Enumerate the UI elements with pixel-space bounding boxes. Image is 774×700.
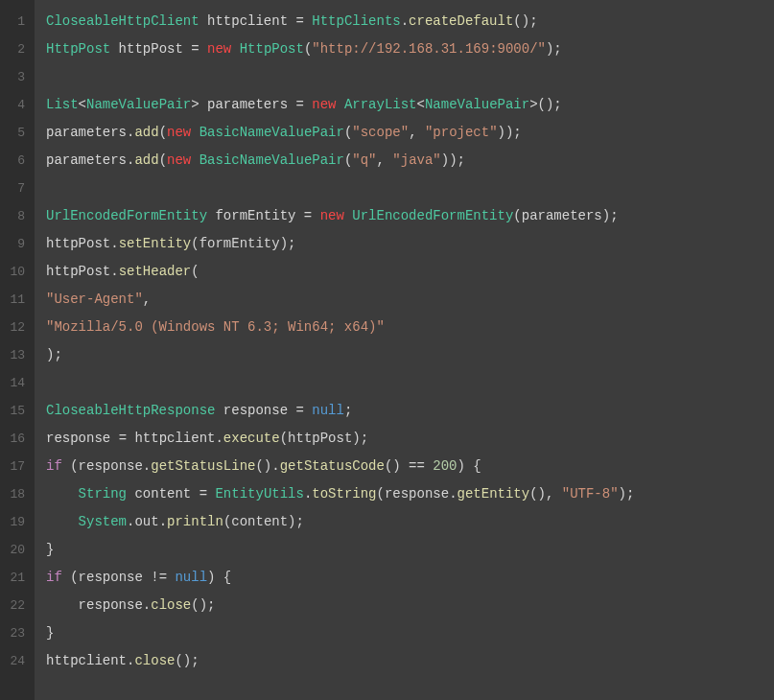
token-punct: } <box>46 625 54 641</box>
token-default: httpclient <box>46 653 127 668</box>
token-string: "http://192.168.31.169:9000/" <box>312 41 546 57</box>
token-punct: (content); <box>223 514 304 529</box>
token-string: "q" <box>352 152 376 168</box>
token-null: null <box>175 570 207 585</box>
token-default <box>337 97 344 112</box>
token-type: EntityUtils <box>215 486 303 502</box>
line-number: 1 <box>6 8 25 35</box>
line-number: 16 <box>6 425 25 453</box>
token-method: execute <box>223 431 280 446</box>
token-type: BasicNameValuePair <box>199 152 344 168</box>
token-punct: ; <box>344 403 352 418</box>
token-method: getStatusLine <box>151 458 255 474</box>
token-punct: (httpPost); <box>280 431 368 446</box>
code-area[interactable]: CloseableHttpClient httpclient = HttpCli… <box>35 0 774 700</box>
token-type: HttpPost <box>240 41 304 57</box>
line-number: 12 <box>6 314 25 341</box>
code-line: UrlEncodedFormEntity formEntity = new Ur… <box>46 202 762 230</box>
token-new: new <box>320 208 344 223</box>
token-punct: = <box>191 41 207 57</box>
token-punct: () == <box>385 458 433 474</box>
token-method: getStatusCode <box>280 458 385 474</box>
line-number: 13 <box>6 341 25 369</box>
token-method: getEntity <box>457 486 530 502</box>
line-number: 18 <box>6 480 25 508</box>
token-punct: , <box>377 152 393 168</box>
token-default <box>231 41 239 57</box>
token-method: toString <box>312 486 376 502</box>
code-line: parameters.add(new BasicNameValuePair("s… <box>46 119 762 147</box>
token-method: add <box>134 125 158 140</box>
token-punct: < <box>417 97 425 112</box>
token-default <box>46 514 79 529</box>
token-new: new <box>167 152 191 168</box>
token-default <box>191 152 199 168</box>
token-punct: . <box>110 236 118 251</box>
token-type: String <box>79 486 127 502</box>
token-default: formEntity <box>207 208 304 223</box>
token-string: "java" <box>392 152 440 168</box>
token-default <box>62 458 70 474</box>
token-method: println <box>167 514 223 529</box>
line-number: 3 <box>6 63 25 91</box>
token-method: close <box>134 653 175 668</box>
token-punct: )); <box>441 152 465 168</box>
line-number: 7 <box>6 175 25 202</box>
token-default <box>46 486 79 502</box>
token-type: NameValuePair <box>425 97 529 112</box>
token-punct: (parameters); <box>513 208 618 223</box>
token-punct: . <box>215 431 223 446</box>
code-line: String content = EntityUtils.toString(re… <box>46 480 762 508</box>
token-punct: ( <box>159 152 167 168</box>
token-punct: (response. <box>377 486 457 502</box>
token-punct: ( <box>191 264 199 279</box>
code-line: List<NameValuePair> parameters = new Arr… <box>46 91 762 119</box>
token-punct: ) { <box>457 458 481 474</box>
token-default <box>62 570 70 585</box>
token-punct: . <box>159 514 167 529</box>
token-keyword: if <box>46 570 62 585</box>
token-default: parameters <box>207 97 295 112</box>
token-punct: = <box>295 403 312 418</box>
token-new: new <box>207 41 231 57</box>
code-line: } <box>46 619 762 647</box>
token-default: httpPost <box>46 264 110 279</box>
token-type: CloseableHttpResponse <box>46 403 215 418</box>
code-line: CloseableHttpResponse response = null; <box>46 397 762 425</box>
line-number: 15 <box>6 397 25 425</box>
line-number: 24 <box>6 647 25 675</box>
token-punct: )); <box>498 125 522 140</box>
line-number: 6 <box>6 147 25 175</box>
line-number: 5 <box>6 119 25 147</box>
token-null: null <box>312 403 344 418</box>
token-punct: ) { <box>207 570 231 585</box>
token-string: "project" <box>425 125 498 140</box>
token-method: createDefault <box>409 13 513 29</box>
token-punct: (); <box>513 13 537 29</box>
token-punct: ); <box>546 41 562 57</box>
token-default: httpclient <box>199 13 296 29</box>
token-punct: = <box>304 208 320 223</box>
line-number: 2 <box>6 35 25 63</box>
code-line: httpPost.setHeader( <box>46 258 762 286</box>
token-default: httpPost <box>46 236 110 251</box>
line-number-gutter: 123456789101112131415161718192021222324 <box>0 0 35 700</box>
line-number: 9 <box>6 230 25 258</box>
token-punct: ); <box>46 347 62 362</box>
token-punct: ( <box>159 125 167 140</box>
code-line: } <box>46 536 762 564</box>
token-punct: (); <box>175 653 199 668</box>
token-punct: (response. <box>70 458 151 474</box>
token-string: "scope" <box>352 125 409 140</box>
token-method: close <box>151 597 191 613</box>
code-line: CloseableHttpClient httpclient = HttpCli… <box>46 8 762 35</box>
token-punct: = <box>295 13 312 29</box>
token-type: System <box>79 514 127 529</box>
code-line: parameters.add(new BasicNameValuePair("q… <box>46 147 762 175</box>
token-type: NameValuePair <box>86 97 191 112</box>
code-line <box>46 175 762 202</box>
line-number: 23 <box>6 619 25 647</box>
token-type: CloseableHttpClient <box>46 13 199 29</box>
line-number: 8 <box>6 202 25 230</box>
code-line: ); <box>46 341 762 369</box>
